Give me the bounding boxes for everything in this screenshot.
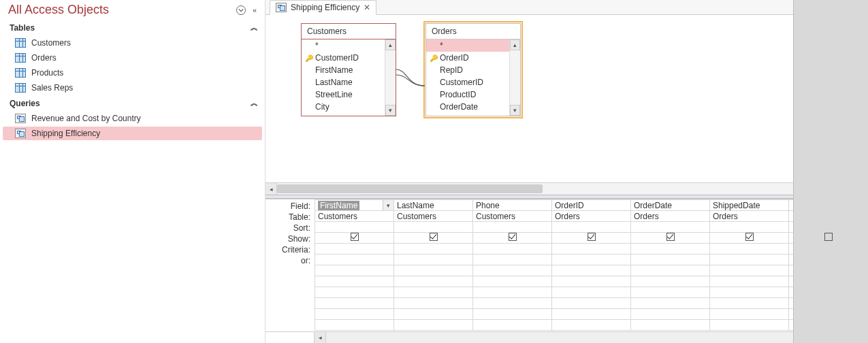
qbe-cell[interactable] xyxy=(473,233,552,244)
collapse-icon[interactable]: ︽ xyxy=(251,22,258,33)
qbe-cell[interactable] xyxy=(473,244,552,255)
nav-item-salesreps[interactable]: Sales Reps xyxy=(3,81,262,95)
qbe-cell[interactable]: Customers xyxy=(315,211,394,222)
qbe-cell[interactable] xyxy=(631,222,710,233)
tab-shipping-efficiency[interactable]: Shipping Efficiency ✕ xyxy=(270,0,376,15)
qbe-cell[interactable] xyxy=(473,287,552,298)
qbe-cell[interactable]: Phone xyxy=(473,200,552,211)
qbe-cell[interactable] xyxy=(710,244,789,255)
field-customerid[interactable]: 🔑CustomerID xyxy=(302,52,396,64)
nav-menu-icon[interactable] xyxy=(236,5,246,15)
qbe-cell[interactable] xyxy=(315,309,394,320)
qbe-cell[interactable] xyxy=(315,244,394,255)
qbe-cell[interactable] xyxy=(631,244,710,255)
qbe-cell[interactable] xyxy=(552,244,631,255)
qbe-cell[interactable] xyxy=(552,287,631,298)
qbe-cell[interactable]: Customers xyxy=(473,211,552,222)
qbe-cell[interactable] xyxy=(315,233,394,244)
show-checkbox[interactable] xyxy=(745,233,754,241)
field-orderdate[interactable]: OrderDate xyxy=(426,101,520,113)
qbe-cell[interactable] xyxy=(631,233,710,244)
qbe-cell[interactable]: Orders xyxy=(552,211,631,222)
scroll-up-icon[interactable]: ▴ xyxy=(385,39,396,50)
field-customerid[interactable]: CustomerID xyxy=(426,76,520,88)
qbe-cell[interactable] xyxy=(710,287,789,298)
scroll-track[interactable] xyxy=(326,332,856,343)
qbe-cell[interactable] xyxy=(710,222,789,233)
qbe-cell[interactable] xyxy=(394,222,473,233)
qbe-cell[interactable] xyxy=(473,255,552,265)
qbe-cell[interactable] xyxy=(315,265,394,276)
field-list-scrollbar[interactable]: ▴▾ xyxy=(509,39,520,116)
qbe-cell[interactable] xyxy=(789,200,868,211)
field-city[interactable]: City xyxy=(302,101,396,113)
qbe-cell[interactable]: ShippedDate xyxy=(710,200,789,211)
table-box-customers[interactable]: Customers * 🔑CustomerID FirstName LastNa… xyxy=(301,23,396,116)
qbe-cell[interactable] xyxy=(473,265,552,276)
qbe-cell[interactable] xyxy=(552,298,631,309)
show-checkbox[interactable] xyxy=(509,233,517,241)
qbe-cell[interactable] xyxy=(631,287,710,298)
qbe-cell[interactable] xyxy=(315,276,394,287)
field-firstname[interactable]: FirstName xyxy=(302,64,396,76)
qbe-cell[interactable] xyxy=(473,276,552,287)
qbe-cell[interactable]: Orders xyxy=(631,211,710,222)
qbe-cell[interactable] xyxy=(710,298,789,309)
qbe-cell[interactable] xyxy=(710,233,789,244)
show-checkbox[interactable] xyxy=(824,233,833,241)
qbe-cell[interactable] xyxy=(631,309,710,320)
scroll-down-icon[interactable]: ▾ xyxy=(385,105,396,116)
nav-item-products[interactable]: Products xyxy=(3,66,262,80)
qbe-cell[interactable] xyxy=(710,265,789,276)
group-header-queries[interactable]: Queries ︽ xyxy=(0,95,265,111)
qbe-cell[interactable] xyxy=(710,320,789,331)
qbe-cell[interactable] xyxy=(394,287,473,298)
qbe-cell[interactable] xyxy=(394,265,473,276)
nav-item-shipping[interactable]: Shipping Efficiency xyxy=(3,127,262,140)
qbe-cell[interactable] xyxy=(552,309,631,320)
qbe-cell[interactable] xyxy=(394,320,473,331)
qbe-cell[interactable] xyxy=(552,265,631,276)
qbe-cell[interactable] xyxy=(394,233,473,244)
design-hscrollbar[interactable]: ◂ xyxy=(266,182,868,195)
scroll-track[interactable] xyxy=(277,183,868,195)
scroll-up-icon[interactable]: ▴ xyxy=(510,39,520,50)
show-checkbox[interactable] xyxy=(351,233,359,241)
qbe-cell[interactable] xyxy=(394,276,473,287)
field-lastname[interactable]: LastName xyxy=(302,76,396,88)
qbe-cell[interactable] xyxy=(473,298,552,309)
scroll-left-icon[interactable]: ◂ xyxy=(315,332,326,343)
qbe-cell[interactable] xyxy=(315,222,394,233)
field-orderid[interactable]: 🔑OrderID xyxy=(426,52,520,64)
qbe-cell[interactable] xyxy=(631,320,710,331)
qbe-cell[interactable] xyxy=(552,222,631,233)
scroll-down-icon[interactable]: ▾ xyxy=(510,105,520,116)
close-icon[interactable]: ✕ xyxy=(364,3,370,12)
qbe-cell[interactable] xyxy=(710,255,789,265)
field-list-scrollbar[interactable]: ▴▾ xyxy=(385,39,396,116)
qbe-cell[interactable] xyxy=(473,309,552,320)
qbe-cell[interactable] xyxy=(315,320,394,331)
qbe-cell[interactable] xyxy=(394,309,473,320)
qbe-cell[interactable] xyxy=(631,276,710,287)
qbe-cell[interactable] xyxy=(552,255,631,265)
collapse-icon[interactable]: ︽ xyxy=(251,98,258,108)
qbe-cell[interactable]: LastName xyxy=(394,200,473,211)
qbe-cell[interactable]: OrderID xyxy=(552,200,631,211)
qbe-cell[interactable] xyxy=(552,233,631,244)
qbe-cell[interactable] xyxy=(473,320,552,331)
qbe-cell[interactable]: FirstName▾ xyxy=(315,200,394,211)
qbe-cell[interactable] xyxy=(394,298,473,309)
scroll-thumb[interactable] xyxy=(277,184,543,193)
field-star[interactable]: * xyxy=(302,39,396,52)
shutter-bar-icon[interactable]: « xyxy=(251,5,258,15)
query-design-surface[interactable]: Customers * 🔑CustomerID FirstName LastNa… xyxy=(266,15,868,182)
qbe-cell[interactable] xyxy=(315,298,394,309)
qbe-cell[interactable] xyxy=(315,255,394,265)
qbe-cell[interactable] xyxy=(552,276,631,287)
nav-item-orders[interactable]: Orders xyxy=(3,51,262,65)
field-repid[interactable]: RepID xyxy=(426,64,520,76)
scroll-left-icon[interactable]: ◂ xyxy=(266,183,277,195)
field-star[interactable]: * xyxy=(426,39,520,52)
nav-title[interactable]: All Access Objects xyxy=(8,3,236,17)
